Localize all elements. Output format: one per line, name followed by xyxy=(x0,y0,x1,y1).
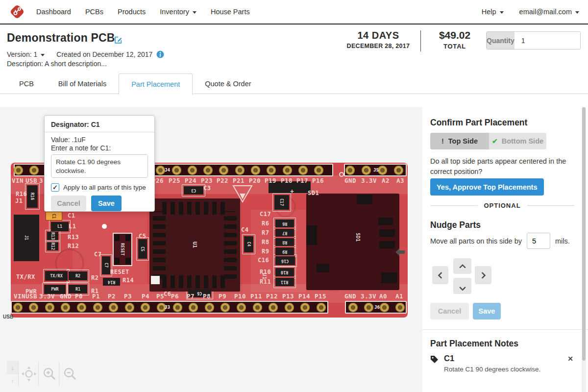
pcb-pad xyxy=(267,166,276,175)
pcb-component-r16[interactable]: R16 xyxy=(27,185,38,208)
pcb-pad xyxy=(348,303,358,312)
nav-item-products[interactable]: Products xyxy=(118,8,146,16)
tab-bill-of-materials[interactable]: Bill of Materials xyxy=(46,74,119,94)
pcb-silk-label: SD1 xyxy=(308,190,319,196)
socket-contact xyxy=(378,218,393,225)
nav-item-inventory[interactable]: Inventory xyxy=(160,8,196,16)
pcb-silk-label: R7 xyxy=(262,230,269,236)
pcb-component-c16[interactable]: C16 xyxy=(275,256,295,265)
pcb-component-r6[interactable]: R6 xyxy=(275,220,294,227)
pcb-component-r12[interactable]: R12 xyxy=(47,242,58,250)
pcb-component-c4[interactable]: C4 xyxy=(244,236,253,252)
pcb-component-tx-rx[interactable]: TX/RX xyxy=(45,271,68,281)
apply-all-checkbox[interactable]: ✓ xyxy=(51,183,59,192)
pcb-component-label: R12 xyxy=(50,243,55,250)
pcb-component-label: L1 xyxy=(57,224,62,229)
popover-save-button[interactable]: Save xyxy=(91,196,122,211)
pan-up-button[interactable]: ↑ xyxy=(7,374,18,387)
zoom-in-button[interactable] xyxy=(42,367,57,383)
approve-top-placements-button[interactable]: Yes, Approve Top Placements xyxy=(430,178,544,196)
chevron-down-icon xyxy=(459,284,466,291)
top-side-button[interactable]: ! Top Side xyxy=(430,133,489,149)
pcb-component-reset[interactable]: RESET xyxy=(113,233,132,266)
nudge-row: Move all parts on this side by mils. xyxy=(430,233,570,249)
nudge-save-button[interactable]: Save xyxy=(473,303,501,319)
popover-cancel-button[interactable]: Cancel xyxy=(51,196,86,211)
pcb-silk-label: R2 xyxy=(91,275,98,281)
tab-pcb[interactable]: PCB xyxy=(7,74,46,94)
pcb-silk-label: R6 xyxy=(262,220,269,226)
chevron-left-icon xyxy=(438,271,444,278)
pcb-pad xyxy=(235,166,245,175)
pcb-component-r14[interactable]: R14 xyxy=(103,278,120,286)
pcb-silk-label: TX/RX xyxy=(16,274,35,280)
pcb-silk-label: VIN xyxy=(12,178,24,184)
bottom-side-button[interactable]: ✔ Bottom Side xyxy=(489,133,546,149)
pcb-pad xyxy=(109,303,118,312)
recenter-button[interactable] xyxy=(22,367,36,383)
version-dropdown[interactable]: Version: 1 xyxy=(7,50,45,58)
button-contact xyxy=(115,258,120,264)
nav-item-house-parts[interactable]: House Parts xyxy=(211,8,250,16)
pcb-component-u1[interactable]: U1 xyxy=(149,198,240,292)
pcb-component-label: R6 xyxy=(282,221,287,226)
pcb-component-r9[interactable]: R9 xyxy=(275,247,294,255)
pcb-component-c7[interactable]: C7 xyxy=(102,256,110,274)
pcb-component-l1[interactable]: L1 xyxy=(51,222,69,231)
info-icon[interactable] xyxy=(156,50,164,58)
pcb-component-c17[interactable]: C17 xyxy=(274,195,289,210)
pcb-component-c3[interactable]: C3 xyxy=(184,186,203,195)
pcb-component-label: R8 xyxy=(282,240,287,245)
nudge-right-button[interactable] xyxy=(475,266,491,284)
nudge-mils-input[interactable] xyxy=(527,233,550,249)
pcb-component-label: C3 xyxy=(191,188,196,193)
scrollbar-thumb[interactable] xyxy=(582,107,586,361)
zoom-out-button[interactable] xyxy=(63,367,77,383)
macrofab-logo-icon[interactable] xyxy=(9,3,25,20)
pcb-component-r8[interactable]: R8 xyxy=(275,238,294,246)
pan-down-button[interactable]: ↓ xyxy=(7,361,18,374)
nudge-cancel-button[interactable]: Cancel xyxy=(430,303,469,319)
pcb-pad xyxy=(251,166,260,175)
popover-value: Value: .1uF xyxy=(51,136,148,144)
recenter-icon xyxy=(22,367,36,381)
nudge-up-button[interactable] xyxy=(453,258,471,274)
nav-item-dashboard[interactable]: Dashboard xyxy=(36,8,71,16)
note-close-button[interactable]: ✕ xyxy=(567,355,573,363)
pcb-component-r13[interactable]: R13 xyxy=(47,232,58,240)
pcb-silk-label: P3 xyxy=(124,294,132,300)
pcb-component-label: C16 xyxy=(281,259,289,263)
pcb-pad xyxy=(188,166,197,175)
side-toggle: ! Top Side ✔ Bottom Side xyxy=(430,133,546,149)
tab-quote-order[interactable]: Quote & Order xyxy=(193,74,263,94)
pcb-silk-label: P17 xyxy=(296,178,308,184)
created-label: Created on December 12, 2017 xyxy=(56,50,152,58)
nudge-down-button[interactable] xyxy=(453,278,471,294)
lead-time-block: 14 DAYS DECEMBER 28, 2017 xyxy=(337,30,419,49)
pcb-component-c5[interactable]: C5 xyxy=(138,239,147,259)
pcb-component-j1[interactable]: J1 xyxy=(14,215,39,261)
popover-buttons: Cancel Save xyxy=(51,196,148,211)
socket-contact xyxy=(317,264,329,272)
nudge-parts-title: Nudge Parts xyxy=(430,220,481,230)
pcb-silk-label: C17 xyxy=(260,211,271,217)
tab-part-placement[interactable]: Part Placement xyxy=(119,74,193,95)
nav-item-help[interactable]: Help xyxy=(482,8,504,16)
quantity-label: Quantity xyxy=(487,32,514,49)
pcb-silk-label: U1 xyxy=(262,273,267,280)
pcb-silk-label: P21 xyxy=(233,178,245,184)
note-textarea[interactable]: Rotate C1 90 degrees clockwise. xyxy=(51,154,148,178)
nav-item-email-mail-com[interactable]: email@mail.com xyxy=(519,8,579,16)
pcb-component-r11[interactable]: R11 xyxy=(275,278,294,286)
top-navbar: DashboardPCBsProductsInventoryHouse Part… xyxy=(0,0,588,24)
pcb-component-c1[interactable]: C1 xyxy=(46,212,62,220)
pcb-component-r10[interactable]: R10 xyxy=(275,268,294,276)
nav-item-pcbs[interactable]: PCBs xyxy=(85,8,103,16)
pcb-via-dot xyxy=(102,224,107,229)
pcb-component-r7[interactable]: R7 xyxy=(275,229,294,237)
nudge-left-button[interactable] xyxy=(432,266,448,284)
top-side-label: Top Side xyxy=(448,137,478,145)
edit-title-icon[interactable] xyxy=(114,36,122,44)
quantity-input[interactable] xyxy=(514,32,581,49)
pcb-component-r2[interactable]: R2 xyxy=(69,271,87,280)
